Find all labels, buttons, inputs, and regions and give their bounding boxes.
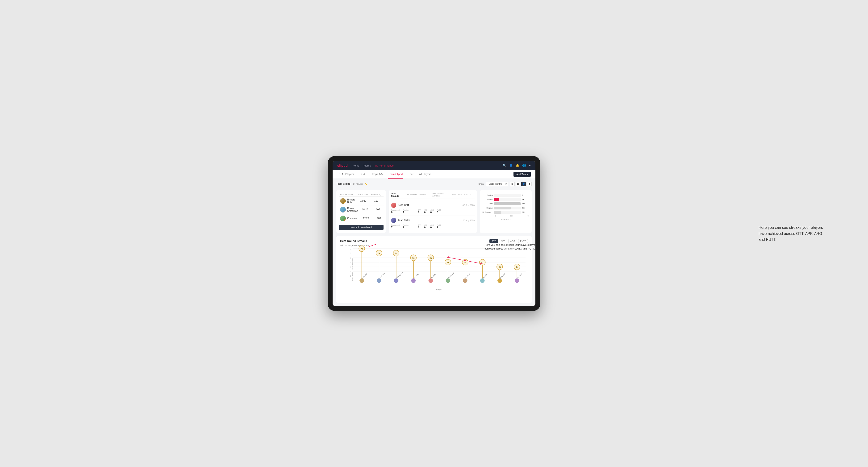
- svg-marker-65: [447, 256, 448, 258]
- player-row-3[interactable]: 3 Cameron... 17/20 103: [339, 214, 383, 223]
- globe-icon[interactable]: 🌐: [522, 164, 526, 167]
- stats-row-rees: Tournament 8 Practice 4: [391, 209, 474, 214]
- svg-text:3x: 3x: [499, 266, 501, 268]
- controls-right: Show Last 3 months ⊞ ▦ 👤 ⬇: [478, 182, 532, 186]
- nav-right: 🔍 👤 🔔 🌐 ●: [502, 164, 531, 167]
- bar-eagles: Eagles 3: [482, 194, 529, 197]
- col-pb: PB SCORE: [356, 193, 370, 195]
- bar-container-eagles: [494, 194, 521, 197]
- card-date-rees: 02 Sep 2023: [463, 204, 474, 206]
- svg-text:6: 6: [350, 252, 351, 254]
- player-count: | 14 Players: [352, 183, 363, 185]
- bar-fill-pars: [494, 203, 521, 205]
- player-avg-2: 107: [372, 208, 384, 211]
- y-axis-label: Best Streak, Fairway Accuracy: [352, 258, 353, 281]
- player-row-2[interactable]: 2 Edward Crossman 18/20 107: [339, 206, 383, 214]
- subnav-tour[interactable]: Tour: [408, 170, 414, 179]
- svg-point-19: [360, 278, 364, 283]
- bar-label-pars: Pars: [482, 203, 493, 205]
- user-icon[interactable]: 👤: [509, 164, 513, 167]
- table-header: PLAYER NAME PB SCORE PB AVG SQ: [339, 192, 383, 197]
- stat-rounds-rees: Tournament 8 Practice 4: [391, 209, 408, 214]
- svg-text:4: 4: [350, 261, 351, 263]
- player-cards-panel: Total Rounds Tournament Practice Total P…: [389, 190, 477, 233]
- stats-row-josh: Tournament 7 Practice 2: [391, 224, 474, 229]
- chart-x-label: Total Shots: [482, 218, 529, 220]
- player-info-2: 2 Edward Crossman: [340, 207, 358, 213]
- avatar-icon[interactable]: ●: [529, 164, 531, 167]
- bar-label-eagles: Eagles: [482, 194, 493, 196]
- bar-chart: Eagles 3 Birdies 96: [482, 194, 529, 214]
- stat-practice-rees: OTT 0 APP 0 ARG 0: [418, 209, 441, 214]
- grid-large-btn[interactable]: ⊞: [510, 182, 515, 186]
- grid-small-btn[interactable]: ▦: [516, 182, 520, 186]
- svg-text:3: 3: [350, 266, 351, 268]
- bar-fill-eagles: [494, 194, 494, 197]
- period-select[interactable]: Last 3 months: [486, 182, 508, 186]
- svg-point-64: [515, 278, 519, 283]
- view-icons: ⊞ ▦ 👤 ⬇: [510, 182, 532, 186]
- player-name-3: Cameron...: [347, 217, 359, 220]
- bar-birdies: Birdies 96: [482, 198, 529, 201]
- subnav-all[interactable]: All Players: [418, 170, 432, 179]
- sub-nav: PGAT Players PGA Hcaps 1-5 Team Clippd T…: [333, 170, 535, 179]
- putt-filter-btn[interactable]: PUTT: [518, 239, 528, 243]
- player-row-1[interactable]: 1 Richard Butler 19/20 110: [339, 197, 383, 206]
- player-card-rees: Rees Britt 02 Sep 2023 Tournament 8: [391, 201, 474, 216]
- bar-label-dbogeys: D. Bogeys +: [482, 211, 493, 213]
- view-leaderboard-btn[interactable]: View Full Leaderboard: [339, 225, 383, 230]
- search-icon[interactable]: 🔍: [502, 164, 506, 167]
- player-info-1: 1 Richard Butler: [340, 198, 356, 204]
- col-avg: PB AVG SQ: [370, 193, 382, 195]
- player-score-1: 19/20: [356, 199, 370, 202]
- bell-icon[interactable]: 🔔: [516, 164, 519, 167]
- ott-filter-btn[interactable]: OTT: [489, 239, 498, 243]
- avatar-1: 1: [340, 198, 346, 204]
- chart-x-axis: 0 200 400: [482, 215, 529, 217]
- rank-badge-3: 3: [344, 219, 346, 221]
- top-nav: clippd Home Teams My Performance 🔍 👤 🔔 🌐…: [333, 161, 535, 170]
- bar-pars: Pars 499: [482, 203, 529, 205]
- player-avg-3: 103: [373, 217, 385, 220]
- tablet-screen: clippd Home Teams My Performance 🔍 👤 🔔 🌐…: [333, 161, 535, 306]
- streaks-header: Best Round Streaks OTT APP ARG PUTT: [340, 239, 528, 243]
- subnav-team[interactable]: Team Clippd: [388, 170, 403, 179]
- svg-text:6x: 6x: [378, 252, 380, 254]
- tablet-frame: clippd Home Teams My Performance 🔍 👤 🔔 🌐…: [328, 156, 540, 311]
- arg-filter-btn[interactable]: ARG: [508, 239, 517, 243]
- bar-value-bogeys: 311: [522, 207, 529, 209]
- avatar-2: 2: [340, 207, 346, 213]
- add-team-button[interactable]: Add Team: [514, 172, 531, 177]
- svg-point-29: [394, 278, 398, 283]
- nav-performance[interactable]: My Performance: [375, 163, 394, 168]
- practice-val-rees: 4: [403, 211, 408, 214]
- subnav-pga[interactable]: PGA: [359, 170, 366, 179]
- subnav-pgat[interactable]: PGAT Players: [337, 170, 354, 179]
- nav-links: Home Teams My Performance: [352, 163, 394, 168]
- bar-bogeys: Bogeys 311: [482, 207, 529, 210]
- svg-text:6x: 6x: [395, 252, 398, 254]
- top-section: PLAYER NAME PB SCORE PB AVG SQ 1 Richard…: [336, 190, 532, 233]
- svg-point-54: [480, 278, 485, 283]
- app-filter-btn[interactable]: APP: [499, 239, 507, 243]
- subnav-hcaps[interactable]: Hcaps 1-5: [370, 170, 383, 179]
- bar-container-pars: [494, 203, 521, 205]
- person-view-btn[interactable]: 👤: [521, 182, 526, 186]
- stat-practice-josh: OTT 0 APP 0 ARG 0: [418, 224, 441, 229]
- nav-teams[interactable]: Teams: [363, 163, 371, 168]
- card-avatar-josh: [391, 218, 396, 223]
- bar-fill-bogeys: [494, 207, 511, 210]
- player-name-2: Edward Crossman: [347, 207, 358, 212]
- download-btn[interactable]: ⬇: [527, 182, 532, 186]
- practice-label-rees: Practice: [403, 209, 408, 211]
- edit-icon[interactable]: ✏️: [365, 183, 367, 185]
- bar-label-birdies: Birdies: [482, 198, 493, 200]
- bar-label-bogeys: Bogeys: [482, 207, 493, 209]
- logo: clippd: [337, 164, 348, 167]
- nav-home[interactable]: Home: [352, 163, 359, 168]
- chart-panel: Eagles 3 Birdies 96: [480, 190, 532, 233]
- card-name-rees: Rees Britt: [398, 204, 409, 206]
- svg-text:0: 0: [350, 279, 351, 281]
- bar-container-birdies: [494, 198, 521, 201]
- bar-fill-birdies: [494, 198, 499, 201]
